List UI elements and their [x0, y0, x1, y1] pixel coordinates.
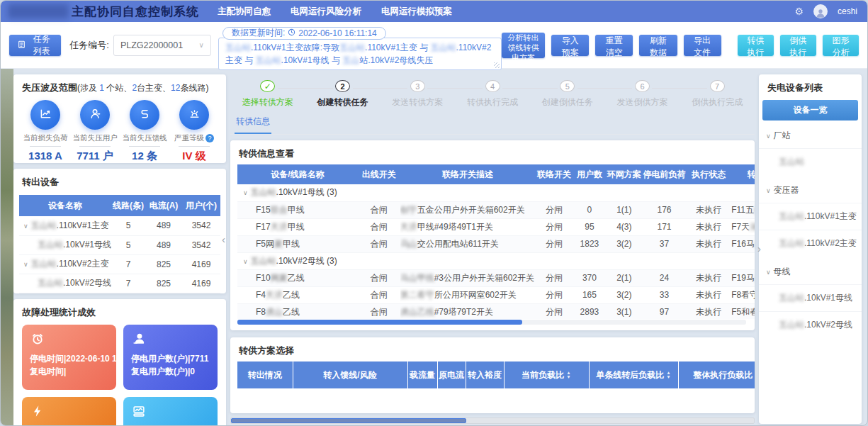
step-1[interactable]: ✓选择转供方案: [230, 78, 305, 108]
export-file-button[interactable]: 导出文件: [684, 35, 721, 56]
fault-stats-title: 故障处理统计成效: [13, 299, 226, 323]
step-7[interactable]: 7倒供执行完成: [680, 78, 755, 108]
table-row[interactable]: F8虎山乙线合闸虎山乙线#79塔79T2开关分闸28933(1)97未执行F5和…: [237, 303, 755, 319]
import-plan-button[interactable]: 导入预案: [551, 35, 589, 56]
table-row[interactable]: F17天济甲线合闸天济甲线#49塔49T1开关分闸954(3)171未执行F7天…: [237, 218, 755, 235]
impact-stat-label-text: 严重等级: [174, 133, 204, 143]
column-header-label: 载流量: [410, 370, 435, 380]
group-row[interactable]: ∨五山站.10kV#2母线 (3): [237, 252, 755, 269]
table-row[interactable]: ∨五山站.110kV#1主变54893542: [19, 216, 220, 235]
tree-item[interactable]: 五山站: [759, 148, 862, 175]
column-header: 转入裕度: [466, 361, 504, 388]
step-6[interactable]: 6发送倒供方案: [605, 78, 680, 108]
plan-select-title: 转供方案选择: [230, 337, 755, 361]
tree-item[interactable]: 五山站.10kV#2母线: [759, 311, 862, 338]
table-row[interactable]: 五山站.10kV#1母线54893542: [19, 235, 220, 254]
tie-switch-cell: 分闸: [535, 303, 573, 319]
sort-icon[interactable]: ▲▼: [666, 371, 670, 380]
menu-item-3[interactable]: 电网运行模拟预案: [381, 6, 452, 18]
bottom-hscrollbar-thumb[interactable]: [231, 418, 466, 423]
chevron-down-icon: ∨: [243, 189, 248, 196]
blurred-text: 五山站: [779, 157, 804, 167]
text-segment: .110kV#1主变故障:导致: [251, 43, 339, 52]
analyze-transfer-plan-button[interactable]: 分析转出馈线转供电方案: [502, 33, 545, 58]
blurred-text: 创宇: [400, 205, 417, 215]
right-sidebar: 失电设备列表 设备一览 ∨厂站五山站∨变压器五山站.110kV#1主变五山站.1…: [759, 74, 862, 424]
table-row[interactable]: ∨五山站.110kV#2主变78254169: [19, 254, 220, 274]
text-segment: 甲线: [288, 205, 305, 215]
table-row[interactable]: 五山站.10kV#2母线78254169: [19, 274, 220, 293]
bolt-icon: [30, 409, 45, 421]
users-cell: 165: [573, 286, 606, 303]
top-navbar: 主配协同自愈控制系统 主配协同自愈电网运行风险分析电网运行模拟预案 ⚙ cesh…: [1, 1, 867, 22]
table-row[interactable]: F5网夏甲线合闸乌山交公用配电站611开关分闸18233(2)37未执行F16马…: [237, 235, 755, 252]
fault-description-textarea[interactable]: 五山站.110kV#1主变故障:导致五山站.110kV#1主变 与 五山站.11…: [218, 38, 502, 70]
tree-group-1[interactable]: ∨厂站: [759, 120, 862, 148]
task-no-select[interactable]: PLZG22000001 ∨: [113, 35, 211, 56]
sort-icon[interactable]: ▲▼: [566, 371, 570, 380]
transfer-line-cell: F7天湖: [731, 218, 755, 235]
tree-item[interactable]: 五山站.10kV#1母线: [759, 284, 862, 311]
transfer-execute-button[interactable]: 转供执行: [738, 35, 774, 56]
users-cell: 4169: [182, 274, 220, 293]
ring-plan-cell: 1(1): [606, 201, 642, 218]
step-number: 7: [710, 80, 725, 92]
impact-stat-label: 当前失压用户: [73, 133, 118, 143]
user-avatar-icon[interactable]: [813, 4, 828, 18]
step-number: 3: [410, 80, 425, 92]
tree-group-label: 厂站: [774, 130, 791, 142]
hscrollbar-thumb[interactable]: [237, 320, 522, 325]
refresh-data-button[interactable]: 刷新数据: [639, 35, 677, 56]
tab-transfer-info[interactable]: 转供信息: [235, 113, 271, 134]
tree-group-2[interactable]: ∨变压器: [759, 175, 862, 203]
step-5[interactable]: 5创建倒供任务: [530, 78, 605, 108]
group-row[interactable]: ∨五山站.10kV#1母线 (3): [237, 184, 755, 201]
column-header[interactable]: 整体执行负载比▲▼: [678, 361, 755, 388]
tree-group-3[interactable]: ∨母线: [759, 257, 862, 284]
text-segment: 乙线: [283, 290, 300, 300]
tree-item[interactable]: 五山站.110kV#2主变: [759, 230, 862, 257]
step-3[interactable]: 3发送转供方案: [380, 78, 455, 108]
tree-item[interactable]: 五山站.110kV#1主变: [759, 203, 862, 230]
text-segment: F8: [256, 307, 266, 317]
users-cell: 2893: [573, 303, 606, 319]
transfer-out-table: 设备名称线路(条)电流(A)用户(个)∨五山站.110kV#1主变5489354…: [19, 195, 220, 293]
ring-plan-cell: 3(2): [606, 286, 642, 303]
settings-gear-icon[interactable]: ⚙: [794, 6, 804, 17]
tie-switch-desc-cell: 虎山乙线#79塔79T2开关: [400, 303, 536, 319]
backfeed-execute-button[interactable]: 倒供执行: [780, 35, 816, 56]
step-2[interactable]: 2创建转供任务: [305, 78, 381, 108]
help-icon[interactable]: ?: [205, 134, 214, 142]
text-segment: F10: [256, 273, 271, 283]
table-row[interactable]: F10网夏乙线合闸马山甲线#3公用户外开关箱602开关分闸3702(1)24未执…: [237, 269, 755, 286]
stat-divider: [179, 146, 210, 147]
blurred-text: 五山站: [31, 220, 57, 230]
transfer-info-table: 设备/线路名称出线开关联络开关描述联络开关用户数环网方案停电前负荷执行状态转供线…: [237, 164, 755, 319]
device-overview-header[interactable]: 设备一览: [762, 100, 858, 120]
collapse-left-arrow[interactable]: ‹: [222, 233, 225, 245]
step-4[interactable]: 4转供执行完成: [455, 78, 530, 108]
table-row[interactable]: F4天济乙线合闸第二看守所公用环网室602开关分闸1653(2)33未执行F8看…: [237, 286, 755, 303]
menu-item-2[interactable]: 电网运行风险分析: [291, 6, 361, 18]
app-title: 主配协同自愈控制系统: [72, 4, 199, 20]
blurred-text: 五山站: [251, 187, 276, 197]
impact-stat-2: 当前失压用户7711 户: [72, 100, 118, 163]
ring-plan-cell: 3(2): [606, 235, 642, 252]
feeder-name-cell: F10网夏乙线: [237, 269, 358, 286]
pre-outage-load-cell: 171: [643, 218, 687, 235]
task-list-button[interactable]: 任务列表: [9, 35, 61, 56]
menu-item-1[interactable]: 主配协同自愈: [218, 6, 271, 18]
collapse-right-arrow[interactable]: ›: [757, 242, 761, 254]
column-header[interactable]: 单条线转后负载比▲▼: [589, 361, 678, 388]
text-segment: .110kV#1主变: [804, 211, 857, 221]
out-switch-cell: 合闸: [358, 235, 400, 252]
task-no-label: 任务编号:: [69, 39, 109, 52]
navbar-right: ⚙ ceshi: [794, 4, 857, 18]
table-row[interactable]: F15联合甲线合闸创宇五金公用户外开关箱602开关分闸01(1)176未执行F1…: [237, 201, 755, 218]
step-label: 发送转供方案: [392, 96, 443, 108]
current-cell: 489: [145, 235, 182, 254]
column-header[interactable]: 当前负载比▲▼: [504, 361, 589, 388]
reset-clear-button[interactable]: 重置清空: [595, 35, 633, 56]
blurred-text: 马山甲线: [400, 273, 434, 283]
graph-analysis-button[interactable]: 图形分析: [823, 35, 859, 56]
